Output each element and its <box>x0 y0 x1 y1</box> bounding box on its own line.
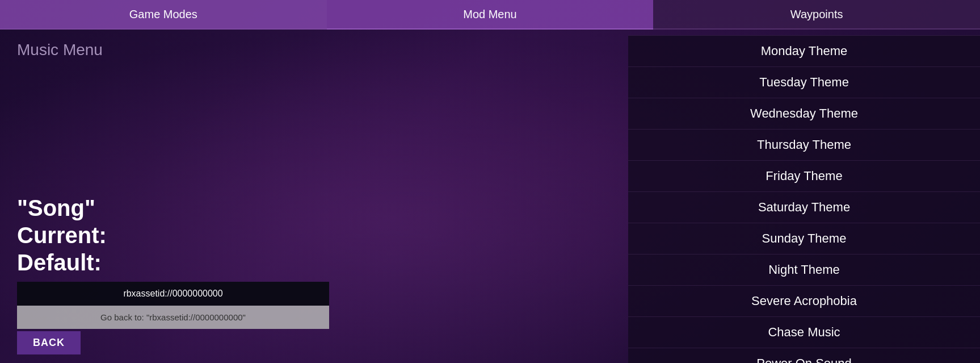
music-list-item[interactable]: Severe Acrophobia <box>628 286 980 317</box>
left-panel: Music Menu "Song" Current: Default: rbxa… <box>0 30 628 363</box>
page-title: Music Menu <box>17 41 611 59</box>
music-list-item[interactable]: Power On Sound <box>628 348 980 363</box>
song-label-line3: Default: <box>17 249 329 276</box>
top-nav: Game Modes Mod Menu Waypoints <box>0 0 980 30</box>
page-content: Game Modes Mod Menu Waypoints Music Menu… <box>0 0 980 363</box>
song-dropdown[interactable]: rbxassetid://0000000000 Go back to: "rbx… <box>17 282 329 329</box>
music-list-item[interactable]: Thursday Theme <box>628 130 980 161</box>
music-list-item[interactable]: Chase Music <box>628 317 980 348</box>
dropdown-current-value[interactable]: rbxassetid://0000000000 <box>17 282 329 306</box>
music-list-item[interactable]: Tuesday Theme <box>628 67 980 98</box>
song-label-line1: "Song" <box>17 194 329 222</box>
nav-waypoints[interactable]: Waypoints <box>653 0 980 30</box>
music-list-item[interactable]: Night Theme <box>628 254 980 286</box>
song-label-line2: Current: <box>17 222 329 249</box>
music-list-item[interactable]: Sunday Theme <box>628 223 980 254</box>
nav-mod-menu[interactable]: Mod Menu <box>327 0 654 30</box>
song-info: "Song" Current: Default: rbxassetid://00… <box>17 194 329 329</box>
dropdown-default-option[interactable]: Go back to: "rbxassetid://0000000000" <box>17 306 329 329</box>
nav-game-modes[interactable]: Game Modes <box>0 0 327 30</box>
back-button[interactable]: BACK <box>17 331 81 354</box>
music-list-item[interactable]: Friday Theme <box>628 161 980 192</box>
music-list-item[interactable]: Saturday Theme <box>628 192 980 223</box>
music-list: Monday ThemeTuesday ThemeWednesday Theme… <box>628 30 980 363</box>
music-list-item[interactable]: Monday Theme <box>628 35 980 67</box>
main-area: Music Menu "Song" Current: Default: rbxa… <box>0 30 980 363</box>
music-list-item[interactable]: Wednesday Theme <box>628 98 980 130</box>
